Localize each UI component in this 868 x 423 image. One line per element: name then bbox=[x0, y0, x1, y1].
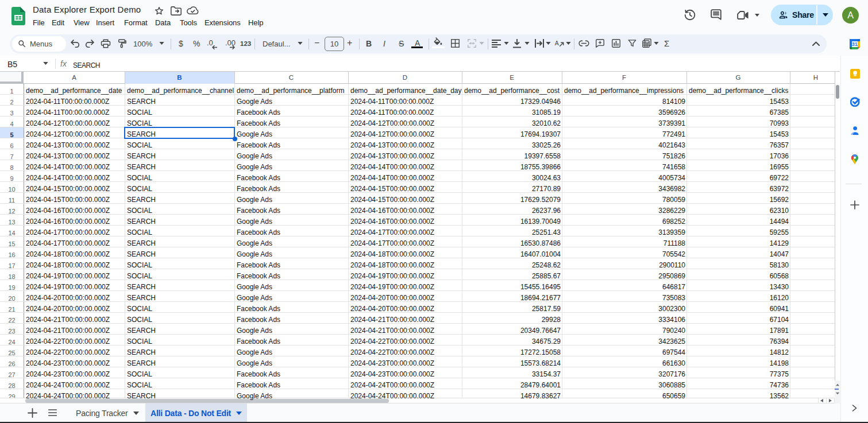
svg-text:31: 31 bbox=[852, 41, 858, 47]
svg-text:A: A bbox=[555, 40, 559, 46]
